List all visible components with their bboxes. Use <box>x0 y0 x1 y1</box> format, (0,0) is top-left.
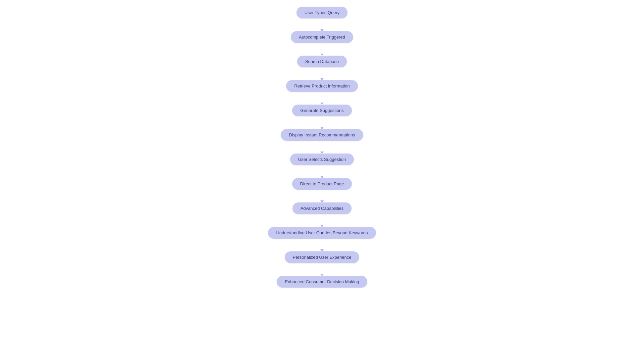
flow-node-retrieve-product-information: Retrieve Product Information <box>286 80 358 92</box>
flow-arrow-5 <box>322 141 322 154</box>
flow-arrow-3 <box>322 92 322 105</box>
flow-node-display-instant-recommendations: Display Instant Recommendations <box>281 129 363 141</box>
flow-arrow-6 <box>322 165 322 178</box>
flowchart-container: User Types QueryAutocomplete TriggeredSe… <box>0 0 644 301</box>
flow-arrow-1 <box>322 43 322 56</box>
flow-arrow-9 <box>322 239 322 251</box>
flow-node-search-database: Search Database <box>297 56 347 67</box>
flow-node-user-types-query: User Types Query <box>297 7 348 18</box>
flow-arrow-7 <box>322 190 322 202</box>
flow-node-user-selects-suggestion: User Selects Suggestion <box>290 154 354 165</box>
flow-node-advanced-capabilities: Advanced Capabilities <box>292 202 352 214</box>
flow-arrow-2 <box>322 67 322 80</box>
flow-arrow-0 <box>322 18 322 31</box>
flow-node-direct-to-product-page: Direct to Product Page <box>292 178 352 190</box>
flow-arrow-10 <box>322 263 322 276</box>
flow-node-generate-suggestions: Generate Suggestions <box>292 105 352 116</box>
flow-node-personalized-user-experience: Personalized User Experience <box>285 251 360 263</box>
flow-node-enhanced-consumer-decision-making: Enhanced Consumer Decision Making <box>277 276 367 288</box>
flow-node-autocomplete-triggered: Autocomplete Triggered <box>291 31 353 43</box>
flow-arrow-8 <box>322 214 322 227</box>
flow-arrow-4 <box>322 116 322 129</box>
flow-node-understanding-user-queries: Understanding User Queries Beyond Keywor… <box>268 227 376 239</box>
